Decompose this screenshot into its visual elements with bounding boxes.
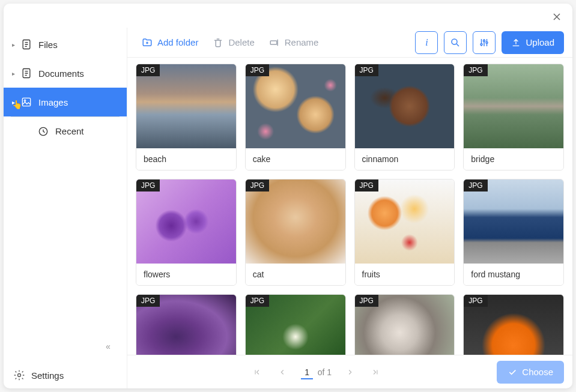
file-name: flowers <box>136 264 236 285</box>
search-button[interactable] <box>444 31 467 54</box>
collapse-sidebar-button[interactable]: « <box>4 336 127 362</box>
file-card[interactable]: JPG <box>136 294 237 355</box>
image-icon <box>20 96 32 108</box>
file-thumbnail: JPG <box>246 64 345 148</box>
rename-label: Rename <box>285 37 319 47</box>
pager: 1 of 1 <box>136 366 497 379</box>
file-card[interactable]: JPGbridge <box>463 64 564 170</box>
svg-point-3 <box>24 100 26 101</box>
file-name: beach <box>136 148 236 170</box>
current-page: 1 <box>301 367 313 379</box>
rename-button[interactable]: Rename <box>263 34 325 52</box>
file-name: cinnamon <box>355 148 455 170</box>
file-thumbnail: JPG <box>355 64 455 148</box>
file-card[interactable]: JPG <box>463 294 564 355</box>
sidebar-item-label: Files <box>38 40 58 50</box>
sidebar-item-label: Documents <box>38 68 84 79</box>
page-of-label: of <box>318 367 325 377</box>
delete-label: Delete <box>228 37 254 47</box>
add-folder-icon <box>142 37 153 48</box>
filetype-badge: JPG <box>355 179 378 191</box>
sidebar-item-recent[interactable]: Recent <box>11 116 120 145</box>
file-grid-scroll[interactable]: JPGbeachJPGcakeJPGcinnamonJPGbridgeJPGfl… <box>127 58 572 355</box>
file-card[interactable]: JPGbeach <box>136 64 237 170</box>
sidebar-item-images[interactable]: ▸Images <box>4 88 127 116</box>
prev-page-button[interactable] <box>276 366 289 379</box>
gear-icon <box>13 369 25 381</box>
svg-point-9 <box>484 40 485 41</box>
chevron-right-icon: ▸ <box>12 70 18 77</box>
file-name: bridge <box>464 148 563 170</box>
add-folder-button[interactable]: Add folder <box>136 34 204 52</box>
filetype-badge: JPG <box>136 295 160 307</box>
file-manager-window: ▸Files▸Documents▸ImagesRecent « Settings <box>4 4 572 388</box>
chevron-right-icon: ▸ <box>12 41 18 48</box>
file-thumbnail: JPG <box>246 295 345 355</box>
document-icon <box>20 67 32 79</box>
filetype-badge: JPG <box>246 179 269 191</box>
search-icon <box>450 37 461 48</box>
footer: 1 of 1 Choose <box>127 355 572 388</box>
sidebar-item-documents[interactable]: ▸Documents <box>4 59 127 88</box>
file-name: ford mustang <box>464 264 563 285</box>
first-page-button[interactable] <box>250 366 264 379</box>
file-card[interactable]: JPGflowers <box>136 179 237 286</box>
delete-button[interactable]: Delete <box>207 34 260 52</box>
choose-button[interactable]: Choose <box>497 361 564 384</box>
sidebar-item-label: Recent <box>55 126 84 136</box>
file-card[interactable]: JPGford mustang <box>463 179 564 286</box>
svg-point-8 <box>481 43 482 45</box>
total-pages: 1 <box>327 367 332 377</box>
clock-icon <box>37 125 49 137</box>
file-thumbnail: JPG <box>464 179 563 264</box>
file-card[interactable]: JPGcat <box>245 179 346 286</box>
sliders-icon <box>479 37 490 48</box>
settings-label: Settings <box>31 370 64 381</box>
sidebar-item-label: Images <box>38 97 68 107</box>
file-card[interactable]: JPGcake <box>245 64 346 170</box>
file-thumbnail: JPG <box>136 179 236 264</box>
file-thumbnail: JPG <box>246 179 345 264</box>
trash-icon <box>213 37 223 48</box>
svg-rect-2 <box>22 98 30 106</box>
close-button[interactable] <box>552 12 562 22</box>
file-card[interactable]: JPGfruits <box>354 179 455 286</box>
svg-point-5 <box>18 374 21 377</box>
info-button[interactable]: i <box>415 31 438 54</box>
filetype-badge: JPG <box>246 64 269 76</box>
filetype-badge: JPG <box>464 295 487 307</box>
next-page-button[interactable] <box>344 366 357 379</box>
file-thumbnail: JPG <box>355 295 455 355</box>
files-icon <box>20 38 32 50</box>
choose-label: Choose <box>522 367 553 377</box>
file-thumbnail: JPG <box>464 295 563 355</box>
file-thumbnail: JPG <box>464 64 563 148</box>
filetype-badge: JPG <box>464 179 487 191</box>
sort-button[interactable] <box>473 31 496 54</box>
file-thumbnail: JPG <box>136 295 236 355</box>
filetype-badge: JPG <box>136 64 160 76</box>
filetype-badge: JPG <box>246 295 269 307</box>
upload-button[interactable]: Upload <box>502 31 564 54</box>
filetype-badge: JPG <box>464 64 487 76</box>
file-card[interactable]: JPG <box>354 294 455 355</box>
add-folder-label: Add folder <box>157 37 198 47</box>
main-panel: Add folder Delete Rename i <box>127 28 572 388</box>
filetype-badge: JPG <box>355 295 378 307</box>
info-icon: i <box>425 37 428 48</box>
sidebar-item-files[interactable]: ▸Files <box>4 30 127 59</box>
file-card[interactable]: JPG <box>245 294 346 355</box>
svg-rect-6 <box>270 41 277 44</box>
rename-icon <box>269 37 280 48</box>
toolbar: Add folder Delete Rename i <box>127 28 572 58</box>
settings-button[interactable]: Settings <box>13 369 117 381</box>
file-grid: JPGbeachJPGcakeJPGcinnamonJPGbridgeJPGfl… <box>136 64 564 355</box>
file-card[interactable]: JPGcinnamon <box>354 64 455 170</box>
filetype-badge: JPG <box>355 64 378 76</box>
file-name: fruits <box>355 264 455 285</box>
sidebar: ▸Files▸Documents▸ImagesRecent « Settings <box>4 28 127 388</box>
file-thumbnail: JPG <box>136 64 236 148</box>
chevron-right-icon: ▸ <box>12 99 18 106</box>
last-page-button[interactable] <box>369 366 382 379</box>
upload-icon <box>511 38 521 47</box>
